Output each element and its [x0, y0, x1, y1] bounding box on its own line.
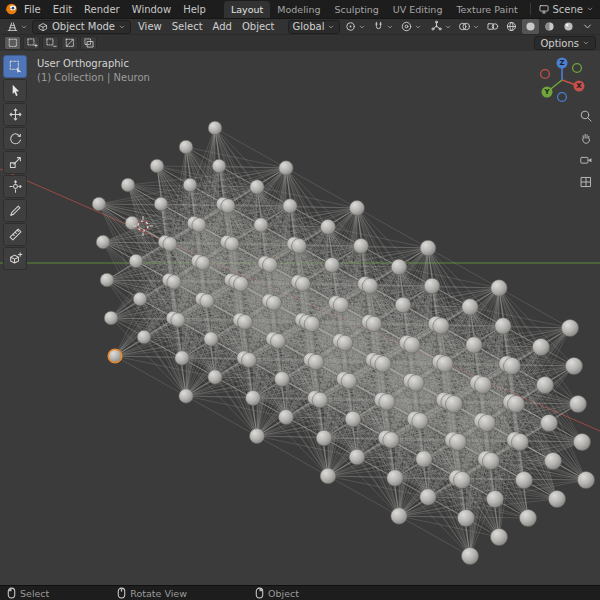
- gizmo-axis-z-plus[interactable]: Z: [557, 58, 568, 69]
- neuron-node[interactable]: [246, 391, 261, 406]
- 3d-viewport[interactable]: User Orthographic (1) Collection | Neuro…: [0, 51, 600, 585]
- neuron-node[interactable]: [154, 197, 168, 211]
- neuron-node[interactable]: [125, 216, 139, 230]
- neuron-node[interactable]: [296, 277, 311, 292]
- neuron-node[interactable]: [490, 528, 507, 545]
- neuron-node[interactable]: [420, 240, 436, 256]
- neuron-node[interactable]: [242, 353, 257, 368]
- move-tool-button[interactable]: [3, 103, 27, 126]
- neuron-node[interactable]: [375, 356, 391, 372]
- neuron-node[interactable]: [204, 332, 218, 346]
- tab-sculpting[interactable]: Sculpting: [327, 1, 385, 18]
- select-mode-subtract-button[interactable]: [42, 36, 59, 50]
- neuron-node[interactable]: [163, 237, 177, 251]
- neuron-node[interactable]: [129, 254, 143, 268]
- neuron-node[interactable]: [121, 178, 135, 192]
- neuron-node[interactable]: [449, 433, 466, 450]
- neuron-node[interactable]: [316, 430, 332, 446]
- neuron-node[interactable]: [391, 508, 407, 524]
- select-mode-invert-button[interactable]: [61, 36, 78, 50]
- neuron-node[interactable]: [279, 410, 294, 425]
- options-button[interactable]: Options: [534, 36, 596, 50]
- neuron-node[interactable]: [200, 294, 214, 308]
- neuron-node[interactable]: [540, 414, 557, 431]
- viewport-menu-object[interactable]: Object: [237, 20, 280, 33]
- neuron-node[interactable]: [495, 318, 511, 334]
- neuron-node[interactable]: [292, 239, 307, 254]
- transform-pivot-button[interactable]: [342, 19, 368, 34]
- menu-help[interactable]: Help: [177, 2, 212, 17]
- xray-toggle-button[interactable]: [484, 19, 501, 34]
- show-gizmos-button[interactable]: [428, 19, 454, 34]
- orientation-dropdown[interactable]: Global: [288, 20, 341, 34]
- neuron-node[interactable]: [420, 489, 436, 505]
- camera-view-button[interactable]: [577, 151, 595, 169]
- neuron-node[interactable]: [395, 297, 411, 313]
- viewport-menu-view[interactable]: View: [133, 20, 167, 33]
- neuron-node[interactable]: [349, 449, 365, 465]
- proportional-edit-button[interactable]: [398, 19, 424, 34]
- measure-tool-button[interactable]: [3, 223, 27, 246]
- show-overlays-button[interactable]: [456, 19, 482, 34]
- neuron-node[interactable]: [175, 351, 189, 365]
- neuron-node[interactable]: [263, 258, 278, 273]
- neuron-node[interactable]: [179, 389, 193, 403]
- neuron-node[interactable]: [424, 278, 440, 294]
- neuron-node[interactable]: [212, 159, 226, 173]
- neuron-node[interactable]: [474, 376, 491, 393]
- neuron-node[interactable]: [379, 394, 395, 410]
- neuron-node[interactable]: [391, 259, 407, 275]
- shading-settings-button[interactable]: [579, 19, 596, 34]
- viewport-menu-add[interactable]: Add: [208, 20, 237, 33]
- gizmo-axis-z-minus[interactable]: [558, 93, 567, 102]
- tab-modeling[interactable]: Modeling: [270, 1, 327, 18]
- neuron-node[interactable]: [507, 395, 524, 412]
- neuron-node[interactable]: [362, 278, 378, 294]
- neuron-node-selected[interactable]: [108, 349, 122, 363]
- neuron-node[interactable]: [192, 218, 206, 232]
- neuron-node[interactable]: [137, 330, 151, 344]
- neuron-node[interactable]: [573, 433, 590, 450]
- neuron-node[interactable]: [167, 275, 181, 289]
- editor-type-button[interactable]: [4, 19, 30, 34]
- neuron-node[interactable]: [412, 413, 428, 429]
- shading-wireframe-button[interactable]: [503, 19, 520, 34]
- neuron-node[interactable]: [208, 370, 222, 384]
- neuron-node[interactable]: [354, 239, 369, 254]
- menu-file[interactable]: File: [18, 2, 47, 17]
- neuron-node[interactable]: [221, 199, 235, 213]
- neuron-node[interactable]: [416, 451, 432, 467]
- shading-rendered-button[interactable]: [560, 19, 577, 34]
- navigation-gizmo[interactable]: XYZ: [535, 53, 589, 107]
- neuron-node[interactable]: [408, 375, 424, 391]
- neuron-node[interactable]: [466, 337, 482, 353]
- neuron-node[interactable]: [254, 218, 268, 232]
- neuron-node[interactable]: [366, 316, 382, 332]
- viewport-menu-select[interactable]: Select: [167, 20, 208, 33]
- neuron-node[interactable]: [345, 411, 361, 427]
- select-mode-extend-button[interactable]: [23, 36, 40, 50]
- menu-window[interactable]: Window: [126, 2, 177, 17]
- neuron-node[interactable]: [511, 433, 528, 450]
- neuron-node[interactable]: [437, 356, 453, 372]
- menu-render[interactable]: Render: [78, 2, 126, 17]
- neuron-node[interactable]: [179, 140, 193, 154]
- shading-material-button[interactable]: [541, 19, 558, 34]
- neuron-node[interactable]: [350, 201, 365, 216]
- rotate-tool-button[interactable]: [3, 127, 27, 150]
- neuron-node[interactable]: [387, 470, 403, 486]
- neuron-node[interactable]: [104, 311, 118, 325]
- neuron-node[interactable]: [478, 414, 495, 431]
- zoom-button[interactable]: [577, 107, 595, 125]
- annotate-tool-button[interactable]: [3, 199, 27, 222]
- neuron-node[interactable]: [308, 354, 324, 370]
- scene-selector[interactable]: Scene: [524, 3, 597, 15]
- neuron-node[interactable]: [183, 178, 197, 192]
- neuron-node[interactable]: [208, 121, 222, 135]
- neuron-node[interactable]: [92, 197, 106, 211]
- neuron-node[interactable]: [457, 509, 474, 526]
- toggle-perspective-button[interactable]: [577, 173, 595, 191]
- neuron-node[interactable]: [320, 468, 336, 484]
- neuron-node[interactable]: [569, 395, 586, 412]
- select-mode-set-button[interactable]: [4, 36, 21, 50]
